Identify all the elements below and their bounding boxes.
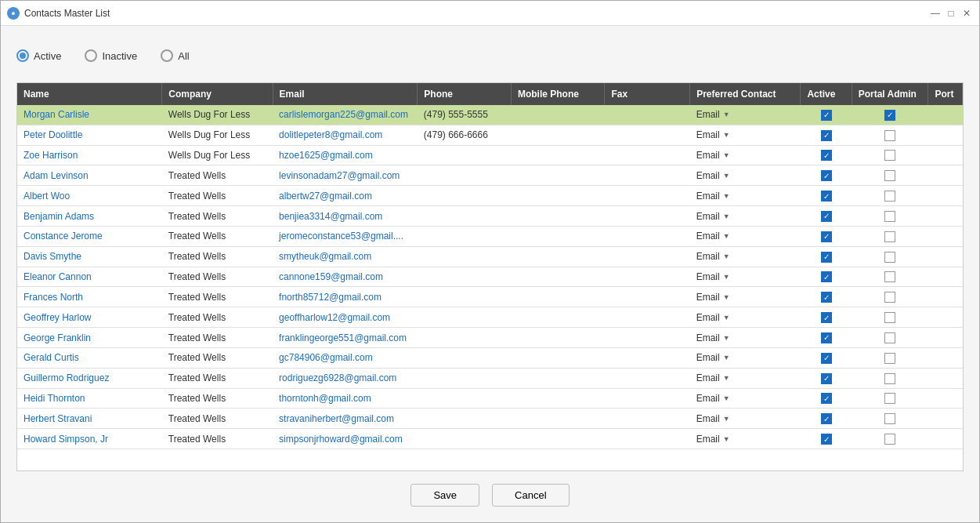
- preferred-dropdown-arrow[interactable]: ▼: [723, 111, 730, 118]
- table-row[interactable]: Heidi Thornton Treated Wells thorntonh@g…: [17, 388, 963, 409]
- cell-mobile: [511, 186, 605, 206]
- table-row[interactable]: Eleanor Cannon Treated Wells cannone159@…: [17, 267, 963, 287]
- col-header-active[interactable]: Active: [801, 83, 852, 105]
- close-button[interactable]: ✕: [960, 7, 973, 20]
- table-row[interactable]: Guillermo Rodriguez Treated Wells rodrig…: [17, 368, 963, 388]
- col-header-portal-admin[interactable]: Portal Admin: [852, 83, 928, 105]
- table-row[interactable]: George Franklin Treated Wells franklinge…: [17, 328, 963, 348]
- col-header-mobile[interactable]: Mobile Phone: [511, 83, 605, 105]
- col-header-port[interactable]: Port: [928, 83, 963, 105]
- checkbox-checked[interactable]: ✓: [821, 150, 832, 161]
- radio-inactive[interactable]: Inactive: [85, 49, 137, 62]
- preferred-dropdown-arrow[interactable]: ▼: [723, 212, 730, 220]
- table-row[interactable]: Benjamin Adams Treated Wells benjiea3314…: [17, 206, 963, 227]
- checkbox-unchecked[interactable]: [884, 271, 895, 282]
- minimize-button[interactable]: —: [929, 7, 942, 20]
- checkbox-unchecked[interactable]: [884, 332, 895, 343]
- cell-fax: [605, 347, 690, 368]
- preferred-dropdown-arrow[interactable]: ▼: [723, 293, 730, 301]
- col-header-email[interactable]: Email: [273, 83, 418, 105]
- preferred-dropdown-arrow[interactable]: ▼: [723, 435, 730, 443]
- checkbox-checked[interactable]: ✓: [821, 110, 832, 121]
- table-row[interactable]: Frances North Treated Wells fnorth85712@…: [17, 287, 963, 307]
- checkbox-checked[interactable]: ✓: [821, 231, 832, 242]
- preferred-value: Email: [696, 271, 720, 282]
- table-row[interactable]: Morgan Carlisle Wells Dug For Less carli…: [17, 105, 963, 125]
- col-header-company[interactable]: Company: [162, 83, 273, 105]
- col-header-phone[interactable]: Phone: [418, 83, 512, 105]
- checkbox-checked[interactable]: ✓: [821, 393, 832, 404]
- checkbox-checked[interactable]: ✓: [821, 211, 832, 222]
- checkbox-unchecked[interactable]: [884, 211, 895, 222]
- cell-phone: [418, 347, 512, 368]
- table-row[interactable]: Constance Jerome Treated Wells jeromecon…: [17, 226, 963, 246]
- checkbox-checked[interactable]: ✓: [821, 434, 832, 445]
- radio-active[interactable]: Active: [16, 49, 61, 62]
- col-header-name[interactable]: Name: [17, 83, 162, 105]
- cell-mobile: [511, 287, 605, 307]
- checkbox-unchecked[interactable]: [884, 373, 895, 384]
- checkbox-unchecked[interactable]: [884, 413, 895, 424]
- table-row[interactable]: Zoe Harrison Wells Dug For Less hzoe1625…: [17, 145, 963, 165]
- checkbox-checked[interactable]: ✓: [821, 373, 832, 384]
- checkbox-checked[interactable]: ✓: [884, 110, 895, 121]
- cell-name: Frances North: [17, 287, 162, 307]
- checkbox-checked[interactable]: ✓: [821, 271, 832, 282]
- cell-email: albertw27@gmail.com: [273, 186, 418, 206]
- col-header-fax[interactable]: Fax: [605, 83, 690, 105]
- checkbox-unchecked[interactable]: [884, 130, 895, 141]
- preferred-dropdown-arrow[interactable]: ▼: [723, 314, 730, 321]
- col-header-preferred[interactable]: Preferred Contact: [690, 83, 801, 105]
- preferred-dropdown-arrow[interactable]: ▼: [723, 374, 730, 382]
- cell-active: ✓: [801, 267, 852, 287]
- checkbox-checked[interactable]: ✓: [821, 353, 832, 364]
- preferred-dropdown-arrow[interactable]: ▼: [723, 232, 730, 240]
- radio-all[interactable]: All: [161, 49, 189, 62]
- checkbox-unchecked[interactable]: [884, 150, 895, 161]
- preferred-dropdown-arrow[interactable]: ▼: [723, 273, 730, 281]
- preferred-dropdown-arrow[interactable]: ▼: [723, 354, 730, 361]
- table-scroll[interactable]: Name Company Email Phone Mobile Phone Fa…: [17, 83, 963, 470]
- checkbox-unchecked[interactable]: [884, 252, 895, 263]
- checkbox-unchecked[interactable]: [884, 353, 895, 364]
- preferred-dropdown-arrow[interactable]: ▼: [723, 252, 730, 260]
- checkbox-checked[interactable]: ✓: [821, 191, 832, 202]
- checkbox-checked[interactable]: ✓: [821, 413, 832, 424]
- preferred-dropdown-arrow[interactable]: ▼: [723, 131, 730, 139]
- checkbox-checked[interactable]: ✓: [821, 312, 832, 323]
- cancel-button[interactable]: Cancel: [492, 484, 569, 507]
- preferred-dropdown-arrow[interactable]: ▼: [723, 172, 730, 180]
- checkbox-checked[interactable]: ✓: [821, 292, 832, 303]
- maximize-button[interactable]: □: [945, 7, 957, 20]
- checkbox-checked[interactable]: ✓: [821, 170, 832, 181]
- checkbox-unchecked[interactable]: [884, 231, 895, 242]
- cell-portal-admin: [852, 267, 928, 287]
- cell-phone: [418, 409, 512, 429]
- preferred-dropdown-arrow[interactable]: ▼: [723, 151, 730, 159]
- checkbox-unchecked[interactable]: [884, 434, 895, 445]
- table-row[interactable]: Howard Simpson, Jr Treated Wells simpson…: [17, 429, 963, 449]
- preferred-dropdown-arrow[interactable]: ▼: [723, 192, 730, 200]
- cell-preferred: Email ▼: [690, 125, 801, 145]
- cell-active: ✓: [801, 368, 852, 388]
- checkbox-unchecked[interactable]: [884, 393, 895, 404]
- save-button[interactable]: Save: [410, 484, 479, 507]
- table-row[interactable]: Herbert Stravani Treated Wells stravanih…: [17, 409, 963, 429]
- table-row[interactable]: Albert Woo Treated Wells albertw27@gmail…: [17, 186, 963, 206]
- table-row[interactable]: Davis Smythe Treated Wells smytheuk@gmai…: [17, 246, 963, 267]
- checkbox-unchecked[interactable]: [884, 312, 895, 323]
- preferred-dropdown-arrow[interactable]: ▼: [723, 415, 730, 423]
- checkbox-unchecked[interactable]: [884, 292, 895, 303]
- table-row[interactable]: Adam Levinson Treated Wells levinsonadam…: [17, 165, 963, 186]
- cell-company: Wells Dug For Less: [162, 125, 273, 145]
- checkbox-checked[interactable]: ✓: [821, 130, 832, 141]
- table-row[interactable]: Peter Doolittle Wells Dug For Less dolit…: [17, 125, 963, 145]
- checkbox-checked[interactable]: ✓: [821, 332, 832, 343]
- preferred-dropdown-arrow[interactable]: ▼: [723, 394, 730, 402]
- checkbox-checked[interactable]: ✓: [821, 252, 832, 263]
- table-row[interactable]: Gerald Curtis Treated Wells gc784906@gma…: [17, 347, 963, 368]
- checkbox-unchecked[interactable]: [884, 170, 895, 181]
- preferred-dropdown-arrow[interactable]: ▼: [723, 334, 730, 342]
- table-row[interactable]: Geoffrey Harlow Treated Wells geoffharlo…: [17, 307, 963, 328]
- checkbox-unchecked[interactable]: [884, 191, 895, 202]
